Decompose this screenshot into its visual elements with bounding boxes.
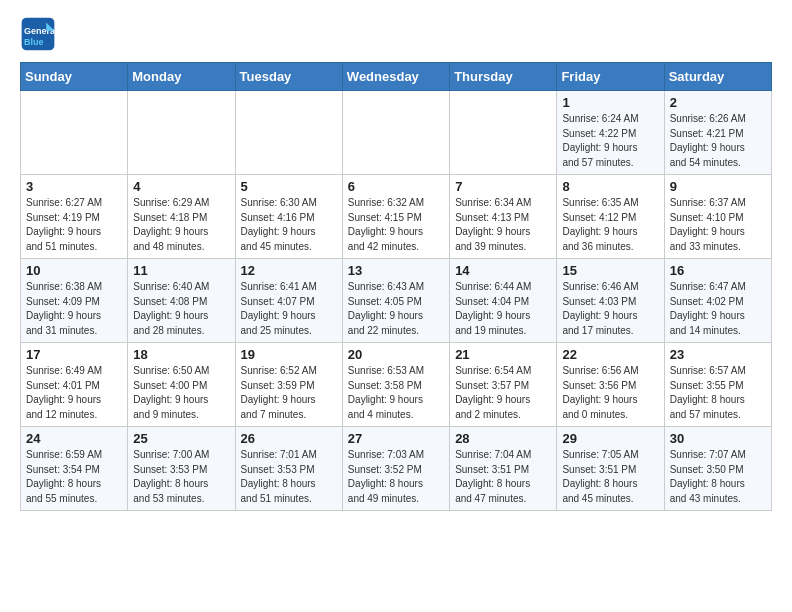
day-number: 4 [133, 179, 229, 194]
day-number: 3 [26, 179, 122, 194]
day-info: Sunrise: 7:00 AM Sunset: 3:53 PM Dayligh… [133, 448, 229, 506]
day-cell: 4Sunrise: 6:29 AM Sunset: 4:18 PM Daylig… [128, 175, 235, 259]
header: General Blue [20, 16, 772, 52]
day-info: Sunrise: 6:43 AM Sunset: 4:05 PM Dayligh… [348, 280, 444, 338]
calendar-page: General Blue SundayMondayTuesdayWednesda… [0, 0, 792, 527]
day-cell [21, 91, 128, 175]
day-cell: 6Sunrise: 6:32 AM Sunset: 4:15 PM Daylig… [342, 175, 449, 259]
day-number: 1 [562, 95, 658, 110]
day-cell: 28Sunrise: 7:04 AM Sunset: 3:51 PM Dayli… [450, 427, 557, 511]
day-number: 22 [562, 347, 658, 362]
day-info: Sunrise: 6:34 AM Sunset: 4:13 PM Dayligh… [455, 196, 551, 254]
day-number: 7 [455, 179, 551, 194]
day-info: Sunrise: 6:37 AM Sunset: 4:10 PM Dayligh… [670, 196, 766, 254]
day-cell: 5Sunrise: 6:30 AM Sunset: 4:16 PM Daylig… [235, 175, 342, 259]
day-cell: 8Sunrise: 6:35 AM Sunset: 4:12 PM Daylig… [557, 175, 664, 259]
weekday-header-thursday: Thursday [450, 63, 557, 91]
day-info: Sunrise: 6:44 AM Sunset: 4:04 PM Dayligh… [455, 280, 551, 338]
day-cell: 17Sunrise: 6:49 AM Sunset: 4:01 PM Dayli… [21, 343, 128, 427]
day-info: Sunrise: 6:54 AM Sunset: 3:57 PM Dayligh… [455, 364, 551, 422]
weekday-header-wednesday: Wednesday [342, 63, 449, 91]
day-info: Sunrise: 6:24 AM Sunset: 4:22 PM Dayligh… [562, 112, 658, 170]
day-cell: 13Sunrise: 6:43 AM Sunset: 4:05 PM Dayli… [342, 259, 449, 343]
day-info: Sunrise: 6:59 AM Sunset: 3:54 PM Dayligh… [26, 448, 122, 506]
day-cell: 26Sunrise: 7:01 AM Sunset: 3:53 PM Dayli… [235, 427, 342, 511]
day-number: 2 [670, 95, 766, 110]
day-info: Sunrise: 6:30 AM Sunset: 4:16 PM Dayligh… [241, 196, 337, 254]
day-cell: 21Sunrise: 6:54 AM Sunset: 3:57 PM Dayli… [450, 343, 557, 427]
logo: General Blue [20, 16, 60, 52]
day-number: 13 [348, 263, 444, 278]
day-cell: 14Sunrise: 6:44 AM Sunset: 4:04 PM Dayli… [450, 259, 557, 343]
day-cell: 24Sunrise: 6:59 AM Sunset: 3:54 PM Dayli… [21, 427, 128, 511]
week-row-2: 3Sunrise: 6:27 AM Sunset: 4:19 PM Daylig… [21, 175, 772, 259]
day-cell: 2Sunrise: 6:26 AM Sunset: 4:21 PM Daylig… [664, 91, 771, 175]
day-cell [235, 91, 342, 175]
day-info: Sunrise: 6:40 AM Sunset: 4:08 PM Dayligh… [133, 280, 229, 338]
day-number: 20 [348, 347, 444, 362]
day-cell: 20Sunrise: 6:53 AM Sunset: 3:58 PM Dayli… [342, 343, 449, 427]
week-row-4: 17Sunrise: 6:49 AM Sunset: 4:01 PM Dayli… [21, 343, 772, 427]
day-number: 23 [670, 347, 766, 362]
day-number: 28 [455, 431, 551, 446]
day-number: 17 [26, 347, 122, 362]
day-info: Sunrise: 7:05 AM Sunset: 3:51 PM Dayligh… [562, 448, 658, 506]
day-cell: 10Sunrise: 6:38 AM Sunset: 4:09 PM Dayli… [21, 259, 128, 343]
day-cell [450, 91, 557, 175]
day-info: Sunrise: 6:29 AM Sunset: 4:18 PM Dayligh… [133, 196, 229, 254]
day-cell: 12Sunrise: 6:41 AM Sunset: 4:07 PM Dayli… [235, 259, 342, 343]
day-cell: 15Sunrise: 6:46 AM Sunset: 4:03 PM Dayli… [557, 259, 664, 343]
weekday-header-friday: Friday [557, 63, 664, 91]
weekday-header-saturday: Saturday [664, 63, 771, 91]
day-number: 14 [455, 263, 551, 278]
day-number: 30 [670, 431, 766, 446]
day-info: Sunrise: 7:01 AM Sunset: 3:53 PM Dayligh… [241, 448, 337, 506]
calendar-table: SundayMondayTuesdayWednesdayThursdayFrid… [20, 62, 772, 511]
day-cell: 23Sunrise: 6:57 AM Sunset: 3:55 PM Dayli… [664, 343, 771, 427]
day-cell: 11Sunrise: 6:40 AM Sunset: 4:08 PM Dayli… [128, 259, 235, 343]
week-row-5: 24Sunrise: 6:59 AM Sunset: 3:54 PM Dayli… [21, 427, 772, 511]
day-info: Sunrise: 6:56 AM Sunset: 3:56 PM Dayligh… [562, 364, 658, 422]
day-number: 19 [241, 347, 337, 362]
day-info: Sunrise: 6:35 AM Sunset: 4:12 PM Dayligh… [562, 196, 658, 254]
day-info: Sunrise: 6:52 AM Sunset: 3:59 PM Dayligh… [241, 364, 337, 422]
day-cell: 16Sunrise: 6:47 AM Sunset: 4:02 PM Dayli… [664, 259, 771, 343]
day-info: Sunrise: 7:04 AM Sunset: 3:51 PM Dayligh… [455, 448, 551, 506]
day-number: 8 [562, 179, 658, 194]
day-info: Sunrise: 6:32 AM Sunset: 4:15 PM Dayligh… [348, 196, 444, 254]
day-number: 5 [241, 179, 337, 194]
day-number: 25 [133, 431, 229, 446]
day-number: 9 [670, 179, 766, 194]
day-info: Sunrise: 6:47 AM Sunset: 4:02 PM Dayligh… [670, 280, 766, 338]
day-number: 11 [133, 263, 229, 278]
weekday-header-row: SundayMondayTuesdayWednesdayThursdayFrid… [21, 63, 772, 91]
day-number: 12 [241, 263, 337, 278]
day-info: Sunrise: 7:07 AM Sunset: 3:50 PM Dayligh… [670, 448, 766, 506]
day-number: 24 [26, 431, 122, 446]
day-info: Sunrise: 6:38 AM Sunset: 4:09 PM Dayligh… [26, 280, 122, 338]
day-info: Sunrise: 6:53 AM Sunset: 3:58 PM Dayligh… [348, 364, 444, 422]
weekday-header-monday: Monday [128, 63, 235, 91]
day-info: Sunrise: 6:41 AM Sunset: 4:07 PM Dayligh… [241, 280, 337, 338]
day-info: Sunrise: 6:50 AM Sunset: 4:00 PM Dayligh… [133, 364, 229, 422]
day-cell: 3Sunrise: 6:27 AM Sunset: 4:19 PM Daylig… [21, 175, 128, 259]
day-cell: 25Sunrise: 7:00 AM Sunset: 3:53 PM Dayli… [128, 427, 235, 511]
day-number: 16 [670, 263, 766, 278]
day-cell: 19Sunrise: 6:52 AM Sunset: 3:59 PM Dayli… [235, 343, 342, 427]
day-cell: 27Sunrise: 7:03 AM Sunset: 3:52 PM Dayli… [342, 427, 449, 511]
day-number: 21 [455, 347, 551, 362]
svg-text:Blue: Blue [24, 37, 44, 47]
day-number: 27 [348, 431, 444, 446]
day-number: 18 [133, 347, 229, 362]
day-info: Sunrise: 6:57 AM Sunset: 3:55 PM Dayligh… [670, 364, 766, 422]
day-number: 26 [241, 431, 337, 446]
weekday-header-sunday: Sunday [21, 63, 128, 91]
day-number: 10 [26, 263, 122, 278]
day-info: Sunrise: 6:49 AM Sunset: 4:01 PM Dayligh… [26, 364, 122, 422]
weekday-header-tuesday: Tuesday [235, 63, 342, 91]
day-cell: 22Sunrise: 6:56 AM Sunset: 3:56 PM Dayli… [557, 343, 664, 427]
day-cell [342, 91, 449, 175]
day-number: 29 [562, 431, 658, 446]
day-cell: 29Sunrise: 7:05 AM Sunset: 3:51 PM Dayli… [557, 427, 664, 511]
day-cell: 1Sunrise: 6:24 AM Sunset: 4:22 PM Daylig… [557, 91, 664, 175]
